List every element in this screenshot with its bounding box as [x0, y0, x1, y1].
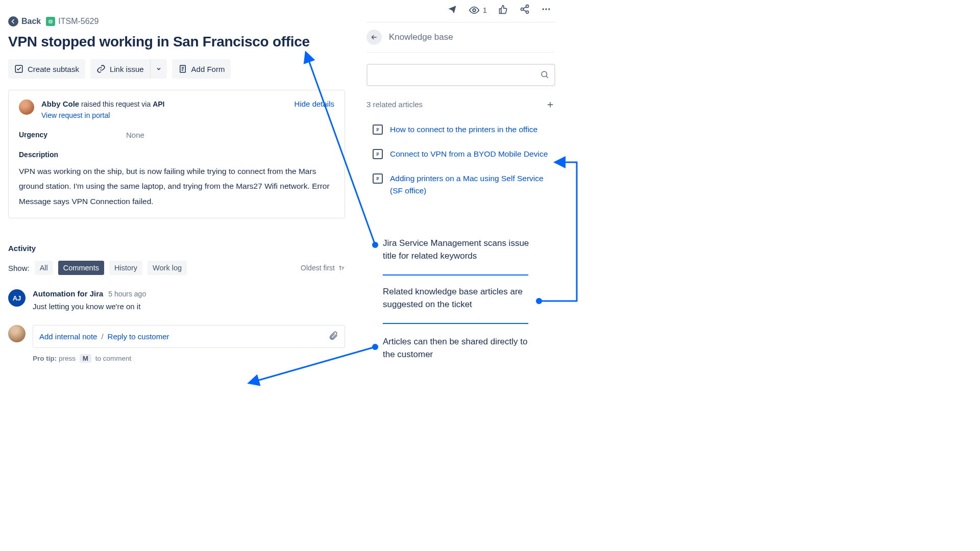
- details-card: Abby Cole raised this request via API Vi…: [8, 90, 345, 218]
- svg-point-4: [526, 5, 529, 8]
- eye-icon: [469, 5, 480, 16]
- kb-back-button[interactable]: [366, 30, 382, 45]
- share-icon[interactable]: [520, 4, 530, 16]
- link-issue-label: Link issue: [110, 65, 144, 73]
- protip-key: M: [80, 354, 91, 363]
- svg-point-8: [545, 8, 547, 10]
- activity-show-label: Show:: [8, 264, 30, 272]
- issue-key-text: ITSM-5629: [58, 17, 99, 26]
- chevron-down-icon: [156, 66, 162, 72]
- add-article-button[interactable]: ＋: [545, 97, 555, 111]
- svg-point-13: [536, 298, 542, 304]
- related-articles-label: 3 related articles: [366, 100, 423, 109]
- issue-type-icon: [46, 17, 55, 26]
- article-icon: [373, 173, 383, 184]
- tab-history[interactable]: History: [109, 261, 142, 275]
- back-link[interactable]: Back: [8, 16, 41, 27]
- svg-point-6: [526, 11, 529, 13]
- protip: Pro tip: press M to comment: [33, 354, 345, 363]
- comment-body: Just letting you know we're on it: [33, 302, 146, 311]
- reply-box[interactable]: Add internal note / Reply to customer: [33, 325, 345, 348]
- article-link-1[interactable]: How to connect to the printers in the of…: [390, 123, 537, 136]
- requester-name: Abby Cole: [41, 99, 79, 108]
- urgency-label: Urgency: [19, 131, 126, 139]
- protip-press: press: [59, 355, 76, 362]
- sort-oldest-first[interactable]: Oldest first: [301, 264, 345, 272]
- activity-header: Activity: [8, 244, 345, 253]
- watch-button[interactable]: 1: [469, 5, 487, 16]
- issue-title: VPN stopped working in San Francisco off…: [8, 34, 345, 50]
- kb-search-input[interactable]: [373, 71, 540, 80]
- attachment-icon[interactable]: [328, 331, 338, 342]
- raised-via-text: raised this request via: [79, 100, 153, 108]
- tab-comments[interactable]: Comments: [58, 261, 104, 275]
- reply-separator: /: [97, 332, 107, 341]
- hide-details-link[interactable]: Hide details: [295, 99, 334, 108]
- issue-key-link[interactable]: ITSM-5629: [46, 17, 99, 26]
- article-item[interactable]: Connect to VPN from a BYOD Mobile Device: [366, 148, 555, 160]
- svg-point-9: [548, 8, 550, 10]
- view-in-portal-link[interactable]: View request in portal: [41, 111, 110, 119]
- article-link-3[interactable]: Adding printers on a Mac using Self Serv…: [390, 172, 555, 197]
- comment-avatar: AJ: [8, 289, 26, 307]
- link-issue-dropdown[interactable]: [150, 59, 167, 79]
- kb-search-box[interactable]: [366, 64, 555, 86]
- svg-point-10: [542, 71, 547, 77]
- back-arrow-icon: [8, 16, 18, 27]
- raised-via-channel: API: [153, 100, 164, 108]
- description-label: Description: [19, 151, 334, 159]
- callout-3: Articles can then be shared directly to …: [383, 336, 531, 361]
- search-icon: [540, 70, 549, 81]
- article-icon: [373, 124, 383, 135]
- article-icon: [373, 149, 383, 159]
- article-link-2[interactable]: Connect to VPN from a BYOD Mobile Device: [390, 148, 548, 160]
- reply-to-customer-link[interactable]: Reply to customer: [108, 332, 169, 341]
- tab-all[interactable]: All: [35, 261, 53, 275]
- svg-point-14: [372, 344, 378, 350]
- comment-author: Automation for Jira: [33, 289, 103, 298]
- watch-count: 1: [483, 6, 487, 14]
- current-user-avatar: [8, 325, 26, 342]
- svg-point-11: [372, 242, 378, 248]
- feedback-icon[interactable]: [447, 4, 457, 16]
- svg-point-3: [473, 9, 476, 12]
- callout-1: Jira Service Management scans issue titl…: [383, 237, 531, 262]
- more-actions-icon[interactable]: [541, 4, 551, 16]
- protip-label: Pro tip:: [33, 355, 57, 362]
- urgency-value: None: [126, 131, 144, 139]
- add-internal-note-link[interactable]: Add internal note: [39, 332, 97, 341]
- article-item[interactable]: How to connect to the printers in the of…: [366, 123, 555, 136]
- sort-label: Oldest first: [301, 264, 335, 272]
- kb-title: Knowledge base: [389, 32, 453, 42]
- protip-rest: to comment: [95, 355, 132, 362]
- add-form-button[interactable]: Add Form: [172, 59, 231, 79]
- vote-icon[interactable]: [498, 4, 508, 16]
- article-item[interactable]: Adding printers on a Mac using Self Serv…: [366, 172, 555, 197]
- link-issue-button[interactable]: Link issue: [90, 59, 150, 79]
- callout-divider: [383, 274, 528, 276]
- create-subtask-label: Create subtask: [28, 65, 79, 73]
- requester-avatar: [19, 99, 34, 115]
- svg-point-7: [543, 8, 544, 10]
- create-subtask-button[interactable]: Create subtask: [8, 59, 85, 79]
- comment-time: 5 hours ago: [108, 290, 146, 298]
- add-form-label: Add Form: [191, 65, 225, 73]
- svg-point-5: [521, 8, 524, 11]
- back-label: Back: [21, 17, 41, 26]
- arrow-left-icon: [370, 33, 378, 41]
- callout-2: Related knowledge base articles are sugg…: [383, 286, 531, 311]
- description-body: VPN was working on the ship, but is now …: [19, 164, 334, 209]
- callout-divider: [383, 323, 528, 324]
- tab-worklog[interactable]: Work log: [148, 261, 187, 275]
- sort-icon: [338, 264, 345, 271]
